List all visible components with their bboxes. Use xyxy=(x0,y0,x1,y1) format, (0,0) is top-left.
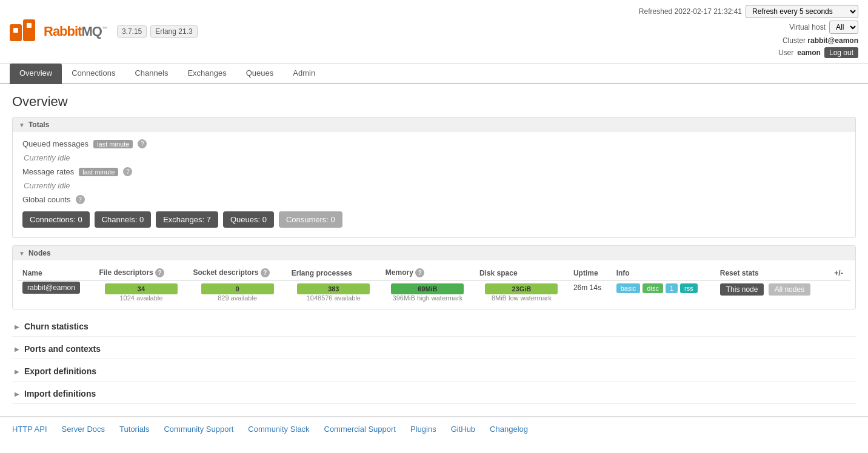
col-info: Info xyxy=(612,265,715,281)
totals-section: ▼ Totals Queued messages last minute ? C… xyxy=(12,117,856,238)
disk-sub: 8MiB low watermark xyxy=(479,294,564,302)
col-file-desc: File descriptors ? xyxy=(94,265,188,281)
memory-bar: 69MiB xyxy=(391,283,464,294)
footer: HTTP API Server Docs Tutorials Community… xyxy=(0,416,868,441)
global-counts-help[interactable]: ? xyxy=(76,195,85,204)
user-label: User xyxy=(778,48,793,57)
logo-text: RabbitMQ™ xyxy=(44,24,107,39)
connections-count-btn[interactable]: Connections: 0 xyxy=(22,211,90,228)
message-rates-help[interactable]: ? xyxy=(123,167,132,176)
message-rates-badge[interactable]: last minute xyxy=(79,168,118,176)
cluster-row: Cluster rabbit@eamon xyxy=(783,36,858,45)
queued-messages-badge[interactable]: last minute xyxy=(93,140,133,148)
export-definitions-label: Export definitions xyxy=(24,366,96,376)
currently-idle-1: Currently idle xyxy=(24,153,70,162)
channels-count-btn[interactable]: Channels: 0 xyxy=(95,211,151,228)
file-desc-cell: 34 1024 available xyxy=(94,281,188,305)
churn-statistics-label: Churn statistics xyxy=(24,322,88,331)
tab-admin[interactable]: Admin xyxy=(283,64,325,84)
reset-all-nodes-btn[interactable]: All nodes xyxy=(769,283,810,296)
cluster-label: Cluster xyxy=(783,36,806,45)
totals-label: Totals xyxy=(28,121,49,129)
info-badge-disc[interactable]: disc xyxy=(643,283,663,293)
nodes-section-header[interactable]: ▼ Nodes xyxy=(13,246,855,260)
table-row: rabbit@eamon 34 1024 available 0 xyxy=(18,281,850,305)
svg-rect-1 xyxy=(23,19,35,41)
nodes-table: Name File descriptors ? Socket descripto… xyxy=(18,265,850,304)
svg-rect-2 xyxy=(13,28,18,33)
memory-bar-wrap: 69MiB xyxy=(391,283,464,294)
virtual-host-row: Virtual host All xyxy=(789,21,858,34)
ports-contexts-section: ▶ Ports and contexts xyxy=(12,339,856,359)
consumers-count-btn[interactable]: Consumers: 0 xyxy=(279,211,342,228)
cluster-value: rabbit@eamon xyxy=(807,36,858,45)
footer-link-tutorials[interactable]: Tutorials xyxy=(119,425,149,434)
totals-section-header[interactable]: ▼ Totals xyxy=(13,117,855,132)
uptime-cell: 26m 14s xyxy=(569,281,612,305)
user-row: User eamon Log out xyxy=(778,47,858,58)
churn-statistics-header[interactable]: ▶ Churn statistics xyxy=(12,317,856,337)
col-plus-minus[interactable]: +/- xyxy=(829,265,850,281)
version-badge: 3.7.15 xyxy=(117,25,147,38)
tab-queues[interactable]: Queues xyxy=(236,64,284,84)
export-definitions-section: ▶ Export definitions xyxy=(12,362,856,382)
global-counts-row: Global counts ? xyxy=(22,195,846,204)
header: RabbitMQ™ 3.7.15 Erlang 21.3 Refreshed 2… xyxy=(0,0,868,64)
socket-desc-cell: 0 829 available xyxy=(188,281,286,305)
queues-count-btn[interactable]: Queues: 0 xyxy=(223,211,274,228)
footer-link-plugins[interactable]: Plugins xyxy=(410,425,436,434)
info-badges: basic disc 1 rss xyxy=(616,283,710,293)
footer-link-http-api[interactable]: HTTP API xyxy=(12,425,47,434)
message-rates-row: Message rates last minute ? xyxy=(22,167,846,176)
message-rates-idle: Currently idle xyxy=(22,181,846,190)
virtual-host-select[interactable]: All xyxy=(829,21,858,34)
tab-connections[interactable]: Connections xyxy=(62,64,125,84)
file-desc-help[interactable]: ? xyxy=(155,268,164,277)
refresh-select[interactable]: Refresh every 5 seconds Refresh every 10… xyxy=(746,5,858,18)
erlang-badge: Erlang 21.3 xyxy=(150,25,197,38)
totals-section-body: Queued messages last minute ? Currently … xyxy=(13,132,855,237)
info-badge-number[interactable]: 1 xyxy=(666,283,678,293)
virtual-host-label: Virtual host xyxy=(789,23,826,31)
queued-messages-idle: Currently idle xyxy=(22,153,846,162)
node-name-badge: rabbit@eamon xyxy=(22,282,80,294)
exchanges-count-btn[interactable]: Exchanges: 7 xyxy=(156,211,218,228)
churn-arrow: ▶ xyxy=(15,323,19,330)
reset-this-node-btn[interactable]: This node xyxy=(720,283,764,296)
footer-link-server-docs[interactable]: Server Docs xyxy=(62,425,105,434)
ports-contexts-header[interactable]: ▶ Ports and contexts xyxy=(12,339,856,359)
file-desc-sub: 1024 available xyxy=(99,294,183,302)
footer-link-changelog[interactable]: Changelog xyxy=(490,425,528,434)
footer-link-community-slack[interactable]: Community Slack xyxy=(248,425,309,434)
tab-channels[interactable]: Channels xyxy=(125,64,178,84)
socket-desc-sub: 829 available xyxy=(193,294,281,302)
global-counts-label: Global counts xyxy=(22,195,71,204)
version-badges: 3.7.15 Erlang 21.3 xyxy=(117,25,198,38)
footer-link-commercial-support[interactable]: Commercial Support xyxy=(324,425,396,434)
memory-sub: 396MiB high watermark xyxy=(386,294,470,302)
footer-link-github[interactable]: GitHub xyxy=(451,425,475,434)
disk-cell: 23GiB 8MiB low watermark xyxy=(475,281,569,305)
footer-link-community-support[interactable]: Community Support xyxy=(164,425,233,434)
message-rates-label: Message rates xyxy=(22,167,74,176)
queued-messages-help[interactable]: ? xyxy=(138,139,147,148)
logout-button[interactable]: Log out xyxy=(824,47,858,58)
col-memory: Memory ? xyxy=(381,265,475,281)
socket-desc-help[interactable]: ? xyxy=(261,268,270,277)
erlang-proc-sub: 1048576 available xyxy=(292,294,376,302)
info-cell: basic disc 1 rss xyxy=(612,281,715,305)
memory-help[interactable]: ? xyxy=(415,268,424,277)
export-definitions-header[interactable]: ▶ Export definitions xyxy=(12,362,856,382)
refresh-row: Refreshed 2022-02-17 21:32:41 Refresh ev… xyxy=(639,5,858,18)
nav: Overview Connections Channels Exchanges … xyxy=(0,64,868,84)
memory-cell: 69MiB 396MiB high watermark xyxy=(381,281,475,305)
file-desc-bar-wrap: 34 xyxy=(105,283,178,294)
info-badge-basic[interactable]: basic xyxy=(616,283,641,293)
queued-messages-label: Queued messages xyxy=(22,139,88,148)
import-definitions-header[interactable]: ▶ Import definitions xyxy=(12,384,856,404)
erlang-proc-bar: 383 xyxy=(297,283,370,294)
info-badge-rss[interactable]: rss xyxy=(680,283,698,293)
tab-exchanges[interactable]: Exchanges xyxy=(178,64,236,84)
tab-overview[interactable]: Overview xyxy=(10,64,62,84)
import-definitions-label: Import definitions xyxy=(24,389,96,398)
